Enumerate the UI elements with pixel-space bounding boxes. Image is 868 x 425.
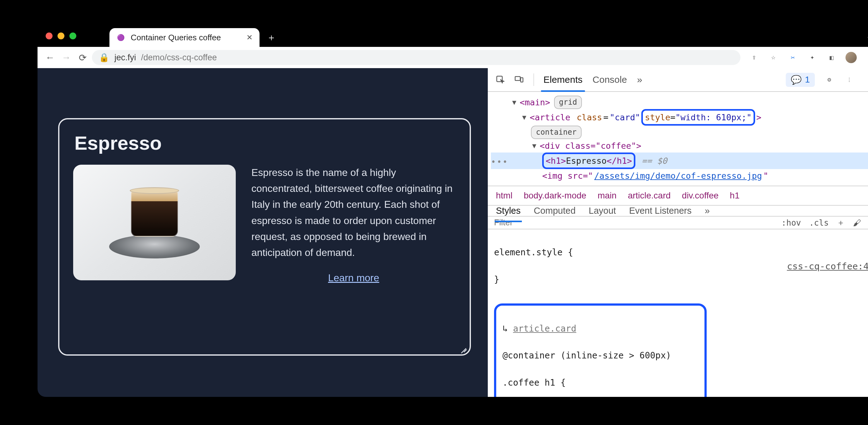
titlebar: 🟣 Container Queries coffee ✕ ＋ ⌄ xyxy=(37,25,868,47)
favicon-icon: 🟣 xyxy=(116,33,125,42)
url-field[interactable]: 🔒 jec.fyi/demo/css-cq-coffee xyxy=(92,50,740,65)
rule-container-query: @container (inline-size > 600px) xyxy=(502,350,671,361)
url-host: jec.fyi xyxy=(115,53,136,63)
selected-dom-node[interactable]: <h1>Espresso</h1>== $0 xyxy=(491,153,868,169)
share-icon[interactable]: ⇪ xyxy=(749,52,759,63)
address-bar: ← → ⟳ 🔒 jec.fyi/demo/css-cq-coffee ⇪ ☆ ✂… xyxy=(37,47,868,68)
close-window-button[interactable] xyxy=(45,33,53,39)
hov-toggle[interactable]: :hov xyxy=(780,218,802,228)
forward-button[interactable]: → xyxy=(59,51,73,64)
svg-rect-2 xyxy=(521,78,523,82)
new-tab-button[interactable]: ＋ xyxy=(266,32,277,43)
minimize-window-button[interactable] xyxy=(58,33,64,39)
devtools-toolbar: Elements Console » 💬 1 ⚙ ⋮ ✕ xyxy=(488,68,868,92)
devtools-panel: Elements Console » 💬 1 ⚙ ⋮ ✕ ••• ▼<main>… xyxy=(488,68,868,397)
rendered-page: Espresso Espresso is the name of a highl… xyxy=(37,68,488,397)
coffee-image xyxy=(73,165,236,280)
issues-icon: 💬 xyxy=(791,75,802,85)
tab-console[interactable]: Console xyxy=(592,68,627,91)
tab-title: Container Queries coffee xyxy=(131,33,241,42)
settings-icon[interactable]: ⚙ xyxy=(824,74,835,85)
url-path: /demo/css-cq-coffee xyxy=(141,53,217,63)
toolbar-icons: ⇪ ☆ ✂ ✦ ◧ ⋮ xyxy=(749,52,868,63)
issues-badge[interactable]: 💬 1 xyxy=(786,73,815,87)
crumb[interactable]: div.coffee xyxy=(682,191,718,201)
subtab-more[interactable]: » xyxy=(705,206,710,216)
crumb[interactable]: html xyxy=(496,191,513,201)
subtab-styles[interactable]: Styles xyxy=(496,206,521,216)
subtab-computed[interactable]: Computed xyxy=(534,206,576,216)
profile-avatar[interactable] xyxy=(845,52,857,63)
learn-more-link[interactable]: Learn more xyxy=(251,270,456,286)
card-title: Espresso xyxy=(74,132,456,154)
resize-handle-icon[interactable] xyxy=(460,345,467,352)
cls-toggle[interactable]: .cls xyxy=(808,218,830,228)
crumb[interactable]: h1 xyxy=(730,191,740,201)
reload-button[interactable]: ⟳ xyxy=(76,51,89,64)
dom-tree[interactable]: ••• ▼<main>grid ▼<article class="card" s… xyxy=(488,92,868,186)
tabs-chevron-icon[interactable]: ⌄ xyxy=(866,32,868,41)
subtab-event-listeners[interactable]: Event Listeners xyxy=(629,206,692,216)
coffee-card: Espresso Espresso is the name of a highl… xyxy=(58,118,471,356)
kebab-menu-icon[interactable]: ⋮ xyxy=(866,52,868,63)
side-panel-icon[interactable]: ◧ xyxy=(826,52,837,63)
container-query-rule: ↳ article.card @container (inline-size >… xyxy=(494,303,707,397)
maximize-window-button[interactable] xyxy=(69,33,76,39)
close-devtools-button[interactable]: ✕ xyxy=(864,74,868,85)
styles-filter-input[interactable] xyxy=(494,218,774,228)
crumb[interactable]: body.dark-mode xyxy=(524,191,586,201)
content-area: Espresso Espresso is the name of a highl… xyxy=(37,68,868,397)
paint-icon[interactable]: 🖌 xyxy=(852,218,862,228)
rule-ancestor-link[interactable]: article.card xyxy=(513,323,576,334)
device-toolbar-icon[interactable] xyxy=(514,74,525,85)
tab-elements[interactable]: Elements xyxy=(543,68,583,91)
lock-icon: 🔒 xyxy=(99,53,110,63)
crumb[interactable]: main xyxy=(597,191,617,201)
breadcrumbs[interactable]: html body.dark-mode main article.card di… xyxy=(488,186,868,206)
window-controls xyxy=(45,33,76,39)
browser-window: 🟣 Container Queries coffee ✕ ＋ ⌄ ← → ⟳ 🔒… xyxy=(37,25,868,397)
new-rule-button[interactable]: ＋ xyxy=(835,217,846,229)
styles-subtabs: Styles Computed Layout Event Listeners » xyxy=(488,206,868,217)
svg-rect-1 xyxy=(515,76,520,80)
subtab-layout[interactable]: Layout xyxy=(589,206,616,216)
scissors-icon[interactable]: ✂ xyxy=(787,52,798,63)
element-style-open: element.style { xyxy=(494,247,573,258)
back-button[interactable]: ← xyxy=(43,51,57,64)
inspect-icon[interactable] xyxy=(495,74,506,85)
element-style-close: } xyxy=(494,274,499,285)
crumb[interactable]: article.card xyxy=(628,191,671,201)
close-tab-button[interactable]: ✕ xyxy=(246,33,253,42)
devtools-kebab-icon[interactable]: ⋮ xyxy=(844,74,855,85)
card-text: Espresso is the name of a highly concent… xyxy=(251,165,456,286)
rule-source-link[interactable]: css-cq-coffee:45 xyxy=(787,259,868,273)
browser-tab[interactable]: 🟣 Container Queries coffee ✕ xyxy=(110,28,259,47)
styles-pane[interactable]: element.style { } ↳ article.card @contai… xyxy=(488,229,868,397)
bookmark-icon[interactable]: ☆ xyxy=(768,52,779,63)
extensions-icon[interactable]: ✦ xyxy=(807,52,817,63)
rule-selector: .coffee h1 { xyxy=(502,378,566,388)
card-description: Espresso is the name of a highly concent… xyxy=(251,167,453,258)
issues-count: 1 xyxy=(805,75,810,85)
styles-filter-row: :hov .cls ＋ 🖌 ◧ xyxy=(488,217,868,229)
ellipsis-icon: ••• xyxy=(491,156,508,169)
tab-more[interactable]: » xyxy=(636,68,643,91)
